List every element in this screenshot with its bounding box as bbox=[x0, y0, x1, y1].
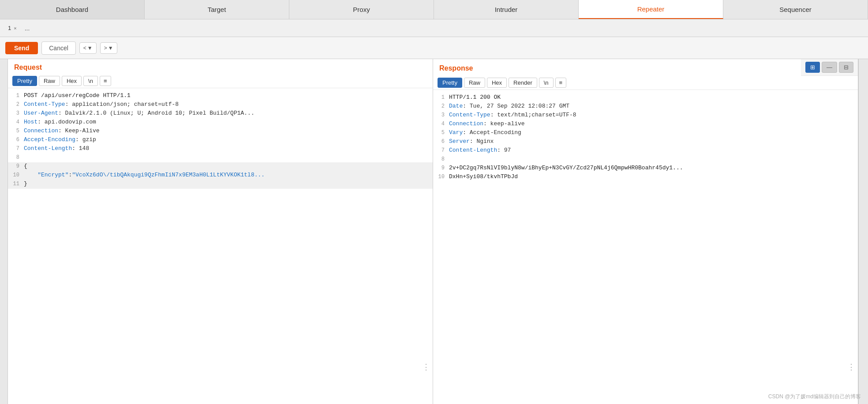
subtab-ellipsis[interactable]: ... bbox=[21, 23, 34, 34]
left-sidebar bbox=[0, 59, 8, 404]
response-menu-btn[interactable]: ≡ bbox=[555, 78, 567, 88]
response-pretty-btn[interactable]: Pretty bbox=[438, 78, 462, 88]
view-split-btn[interactable]: ⊞ bbox=[805, 62, 820, 73]
request-newline-btn[interactable]: \n bbox=[83, 76, 98, 86]
response-header-row: Response ⊞ — ⊟ bbox=[433, 59, 858, 76]
subtab-1[interactable]: 1 × bbox=[4, 23, 21, 33]
response-panel: Response ⊞ — ⊟ Pretty Raw Hex Render \n … bbox=[433, 59, 858, 404]
request-line-7: 7 Content-Length: 148 bbox=[8, 145, 433, 153]
response-render-btn[interactable]: Render bbox=[509, 78, 537, 88]
main-content: Request Pretty Raw Hex \n ≡ 1 POST /api/… bbox=[0, 59, 868, 404]
response-code-area[interactable]: 1 HTTP/1.1 200 OK 2 Date: Tue, 27 Sep 20… bbox=[433, 90, 858, 404]
tab-sequencer[interactable]: Sequencer bbox=[723, 0, 868, 19]
request-hex-btn[interactable]: Hex bbox=[62, 76, 82, 86]
chevron-left-icon: < bbox=[83, 45, 86, 51]
tab-repeater[interactable]: Repeater bbox=[579, 0, 723, 19]
subtab-bar: 1 × ... bbox=[0, 19, 868, 37]
response-line-6: 6 Server: Nginx bbox=[433, 138, 858, 146]
subtab-number: 1 bbox=[8, 25, 11, 31]
request-line-9: 9 { bbox=[8, 162, 433, 171]
request-line-11: 11 } bbox=[8, 180, 433, 189]
toolbar: Send Cancel < ▼ > ▼ bbox=[0, 37, 868, 59]
request-format-bar: Pretty Raw Hex \n ≡ bbox=[8, 74, 433, 88]
response-line-8: 8 bbox=[433, 155, 858, 164]
response-line-7: 7 Content-Length: 97 bbox=[433, 146, 858, 155]
request-line-4: 4 Host: api.dodovip.com bbox=[8, 118, 433, 127]
request-line-6: 6 Accept-Encoding: gzip bbox=[8, 136, 433, 145]
request-line-1: 1 POST /api/user/regCode HTTP/1.1 bbox=[8, 92, 433, 101]
dropdown-right-icon: ▼ bbox=[108, 45, 113, 51]
request-code-area[interactable]: 1 POST /api/user/regCode HTTP/1.1 2 Cont… bbox=[8, 88, 433, 404]
chevron-right-icon: > bbox=[104, 45, 107, 51]
subtab-close[interactable]: × bbox=[14, 26, 16, 31]
request-line-8: 8 bbox=[8, 153, 433, 162]
request-line-10: 10 "Encrypt":"VcoXz6dO\/tibQAkqugi9QzFhm… bbox=[8, 171, 433, 180]
scroll-dots-response: ⋮ bbox=[847, 366, 855, 369]
response-line-2: 2 Date: Tue, 27 Sep 2022 12:08:27 GMT bbox=[433, 102, 858, 111]
response-line-1: 1 HTTP/1.1 200 OK bbox=[433, 94, 858, 102]
request-line-3: 3 User-Agent: Dalvik/2.1.0 (Linux; U; An… bbox=[8, 109, 433, 118]
tab-proxy[interactable]: Proxy bbox=[289, 0, 434, 19]
tab-dashboard[interactable]: Dashboard bbox=[0, 0, 145, 19]
response-line-9: 9 2v+DC2gq7RsNlVI9blyN8w/iBhyEp+N3CvGY/Z… bbox=[433, 164, 858, 173]
response-newline-btn[interactable]: \n bbox=[539, 78, 554, 88]
tab-intruder[interactable]: Intruder bbox=[434, 0, 579, 19]
nav-forward-button[interactable]: > ▼ bbox=[100, 42, 117, 54]
view-toggle-bar: ⊞ — ⊟ bbox=[801, 59, 858, 76]
response-format-bar: Pretty Raw Hex Render \n ≡ bbox=[433, 76, 858, 90]
response-raw-btn[interactable]: Raw bbox=[464, 78, 485, 88]
request-line-5: 5 Connection: Keep-Alive bbox=[8, 127, 433, 136]
dropdown-left-icon: ▼ bbox=[87, 45, 93, 51]
top-nav: Dashboard Target Proxy Intruder Repeater… bbox=[0, 0, 868, 19]
response-hex-btn[interactable]: Hex bbox=[487, 78, 507, 88]
response-line-10: 10 DxHn+Syi08/tkvhTPbJd bbox=[433, 173, 858, 182]
scroll-dots-request: ⋮ bbox=[422, 366, 430, 369]
nav-back-button[interactable]: < ▼ bbox=[79, 42, 97, 54]
send-button[interactable]: Send bbox=[5, 42, 38, 54]
right-edge-panel bbox=[858, 59, 868, 404]
cancel-button[interactable]: Cancel bbox=[41, 41, 76, 55]
request-raw-btn[interactable]: Raw bbox=[39, 76, 60, 86]
response-title: Response bbox=[433, 60, 479, 75]
view-single-btn[interactable]: ⊟ bbox=[839, 62, 853, 73]
tab-target[interactable]: Target bbox=[145, 0, 289, 19]
request-pretty-btn[interactable]: Pretty bbox=[12, 76, 37, 86]
view-horizontal-btn[interactable]: — bbox=[822, 62, 837, 73]
request-line-2: 2 Content-Type: application/json; charse… bbox=[8, 101, 433, 109]
watermark: CSDN @为了媛md编辑器到自己的博客 bbox=[768, 393, 861, 400]
response-line-3: 3 Content-Type: text/html;charset=UTF-8 bbox=[433, 111, 858, 120]
request-title: Request bbox=[8, 59, 433, 74]
request-panel: Request Pretty Raw Hex \n ≡ 1 POST /api/… bbox=[8, 59, 433, 404]
request-menu-btn[interactable]: ≡ bbox=[100, 76, 111, 86]
response-line-5: 5 Vary: Accept-Encoding bbox=[433, 129, 858, 138]
response-line-4: 4 Connection: keep-alive bbox=[433, 120, 858, 129]
